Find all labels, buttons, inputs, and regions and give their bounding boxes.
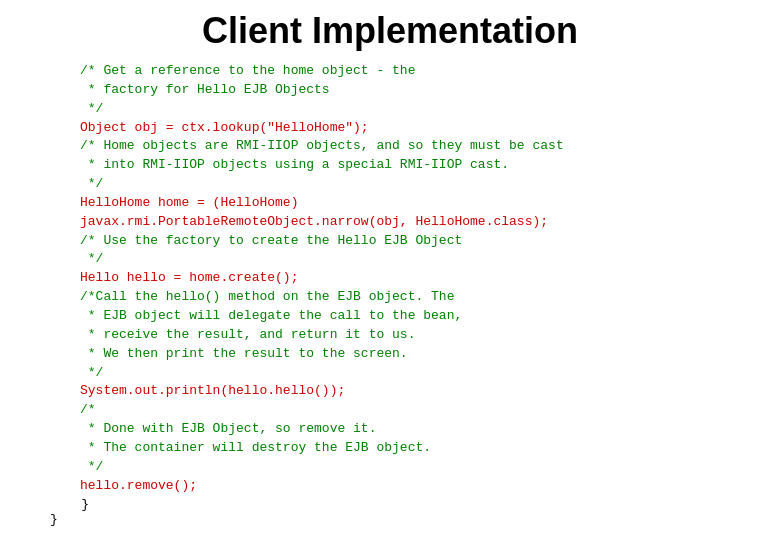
page: Client Implementation /* Get a reference… bbox=[0, 0, 780, 540]
code-line: */ bbox=[80, 364, 780, 383]
code-line: Object obj = ctx.lookup("HelloHome"); bbox=[80, 119, 780, 138]
code-line: Hello hello = home.create(); bbox=[80, 269, 780, 288]
code-line: * The container will destroy the EJB obj… bbox=[80, 439, 780, 458]
code-block: /* Get a reference to the home object - … bbox=[0, 60, 780, 495]
code-line: */ bbox=[80, 175, 780, 194]
code-line: */ bbox=[80, 458, 780, 477]
code-line: /* bbox=[80, 401, 780, 420]
code-line: /* Get a reference to the home object - … bbox=[80, 62, 780, 81]
code-line: * receive the result, and return it to u… bbox=[80, 326, 780, 345]
closing-braces: } } bbox=[0, 495, 780, 527]
code-line: hello.remove(); bbox=[80, 477, 780, 496]
code-line: HelloHome home = (HelloHome) bbox=[80, 194, 780, 213]
closing-brace-outer: } bbox=[50, 512, 780, 527]
code-line: /* Home objects are RMI-IIOP objects, an… bbox=[80, 137, 780, 156]
code-line: * Done with EJB Object, so remove it. bbox=[80, 420, 780, 439]
code-line: javax.rmi.PortableRemoteObject.narrow(ob… bbox=[80, 213, 780, 232]
code-line: * EJB object will delegate the call to t… bbox=[80, 307, 780, 326]
code-line: /* Use the factory to create the Hello E… bbox=[80, 232, 780, 251]
code-line: * factory for Hello EJB Objects bbox=[80, 81, 780, 100]
code-line: */ bbox=[80, 100, 780, 119]
page-title: Client Implementation bbox=[0, 0, 780, 60]
code-line: /*Call the hello() method on the EJB obj… bbox=[80, 288, 780, 307]
closing-brace-inner: } bbox=[50, 497, 780, 512]
code-line: */ bbox=[80, 250, 780, 269]
code-line: * into RMI-IIOP objects using a special … bbox=[80, 156, 780, 175]
code-line: * We then print the result to the screen… bbox=[80, 345, 780, 364]
code-line: System.out.println(hello.hello()); bbox=[80, 382, 780, 401]
